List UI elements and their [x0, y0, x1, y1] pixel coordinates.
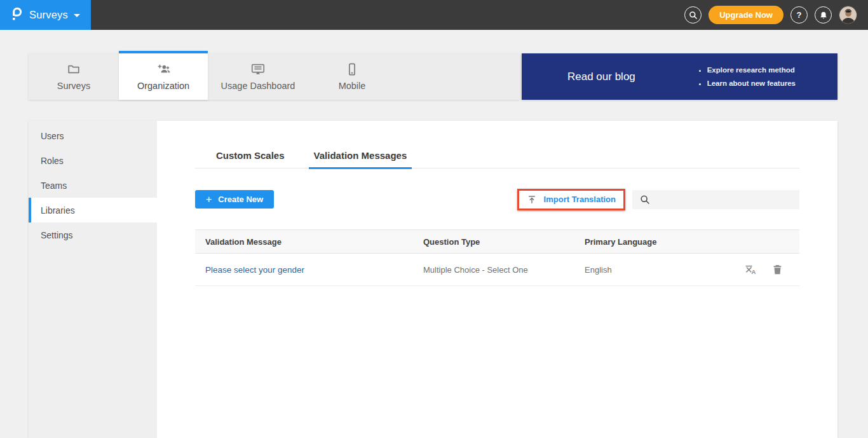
- import-translation-label: Import Translation: [544, 195, 616, 204]
- module-tab-usage-dashboard[interactable]: Usage Dashboard: [208, 53, 308, 100]
- tab-custom-scales[interactable]: Custom Scales: [211, 150, 290, 168]
- banner-bullet-list: Explore research method Learn about new …: [698, 64, 796, 90]
- topbar-actions: Upgrade Now ?: [684, 6, 868, 24]
- libraries-content: Custom Scales Validation Messages + Crea…: [157, 121, 837, 438]
- bell-icon[interactable]: [815, 6, 832, 24]
- column-header-question-type: Question Type: [423, 237, 585, 247]
- avatar[interactable]: [839, 6, 857, 24]
- svg-text:A: A: [752, 268, 756, 275]
- sidebar-item-teams[interactable]: Teams: [29, 173, 157, 198]
- sidebar-item-roles[interactable]: Roles: [29, 148, 157, 173]
- primary-language-cell: English: [585, 265, 719, 275]
- module-tab-label: Organization: [137, 81, 189, 91]
- topbar: Surveys Upgrade Now ?: [0, 0, 868, 30]
- module-nav: Surveys Organization Usage Dashboard Mob…: [29, 53, 520, 100]
- sidebar-item-label: Libraries: [41, 205, 75, 216]
- plus-icon: +: [206, 195, 212, 205]
- create-new-button[interactable]: + Create New: [195, 190, 274, 209]
- product-switcher[interactable]: Surveys: [0, 0, 91, 30]
- sidebar-item-settings[interactable]: Settings: [29, 222, 157, 247]
- module-tab-label: Usage Dashboard: [221, 81, 295, 91]
- validation-messages-table: Validation Message Question Type Primary…: [195, 229, 799, 286]
- toolbar: + Create New Import Translation: [195, 188, 799, 210]
- import-translation-button[interactable]: Import Translation: [521, 192, 621, 207]
- table-header-row: Validation Message Question Type Primary…: [195, 229, 799, 254]
- create-new-label: Create New: [218, 195, 263, 204]
- sidebar-item-libraries[interactable]: Libraries: [29, 198, 157, 222]
- banner-bullet: Explore research method: [707, 64, 796, 77]
- add-group-icon: [156, 62, 171, 76]
- sidebar-item-users[interactable]: Users: [29, 123, 157, 148]
- column-header-validation-message: Validation Message: [195, 237, 423, 247]
- help-icon[interactable]: ?: [790, 6, 808, 24]
- banner-bullet: Learn about new features: [707, 77, 796, 90]
- delete-icon[interactable]: [772, 264, 783, 275]
- search-icon[interactable]: [684, 6, 702, 24]
- sidebar-item-label: Users: [41, 131, 64, 141]
- translate-icon[interactable]: A: [744, 263, 757, 276]
- mobile-icon: [345, 62, 359, 76]
- library-tabs: Custom Scales Validation Messages: [195, 146, 799, 168]
- module-tab-mobile[interactable]: Mobile: [308, 53, 396, 100]
- blog-banner[interactable]: Read our blog Explore research method Le…: [522, 53, 837, 100]
- main-card: Users Roles Teams Libraries Settings Cus…: [29, 121, 837, 438]
- banner-title: Read our blog: [567, 71, 663, 83]
- dashboard-icon: [250, 62, 266, 76]
- row-actions: A: [719, 263, 799, 276]
- chevron-down-icon: [74, 14, 80, 17]
- search-icon: [640, 195, 650, 205]
- upload-icon: [527, 195, 537, 205]
- questionpro-logo-icon: [11, 7, 24, 24]
- table-row: Please select your gender Multiple Choic…: [195, 254, 799, 286]
- product-label: Surveys: [29, 9, 68, 21]
- search-input[interactable]: [655, 190, 799, 209]
- module-tab-surveys[interactable]: Surveys: [29, 53, 119, 100]
- validation-message-link[interactable]: Please select your gender: [205, 265, 304, 275]
- settings-sidebar: Users Roles Teams Libraries Settings: [29, 121, 157, 438]
- module-tab-label: Mobile: [339, 81, 366, 91]
- sidebar-item-label: Settings: [41, 230, 73, 240]
- folder-icon: [67, 62, 81, 76]
- module-tab-organization[interactable]: Organization: [119, 51, 208, 100]
- upgrade-now-button[interactable]: Upgrade Now: [709, 6, 783, 24]
- sidebar-item-label: Teams: [41, 181, 67, 191]
- table-search[interactable]: [632, 190, 799, 209]
- tab-validation-messages[interactable]: Validation Messages: [309, 150, 412, 168]
- annotation-highlight-box: Import Translation: [517, 189, 625, 210]
- sidebar-item-label: Roles: [41, 156, 64, 166]
- module-tab-label: Surveys: [57, 81, 90, 91]
- column-header-primary-language: Primary Language: [585, 237, 719, 247]
- question-type-cell: Multiple Choice - Select One: [423, 265, 585, 275]
